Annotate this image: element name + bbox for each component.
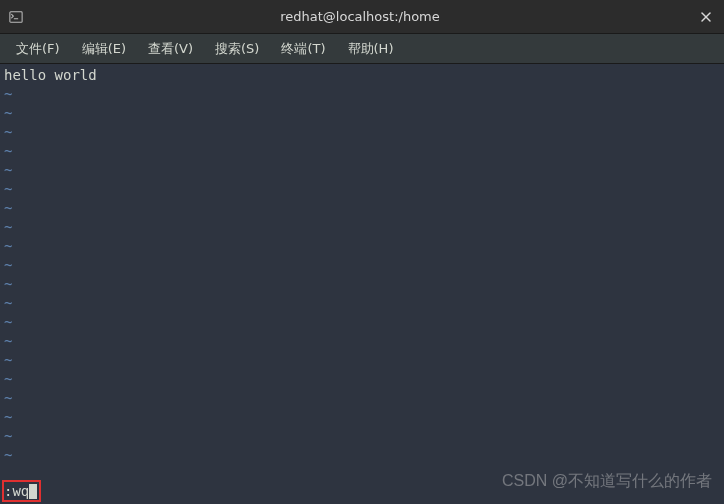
- tilde-line: ~: [4, 351, 720, 370]
- menu-terminal[interactable]: 终端(T): [271, 36, 335, 62]
- vim-command-text: :wq: [4, 482, 29, 501]
- titlebar: redhat@localhost:/home: [0, 0, 724, 34]
- tilde-line: ~: [4, 275, 720, 294]
- menu-help[interactable]: 帮助(H): [338, 36, 404, 62]
- tilde-line: ~: [4, 180, 720, 199]
- tilde-line: ~: [4, 446, 720, 465]
- terminal-area[interactable]: hello world ~ ~ ~ ~ ~ ~ ~ ~ ~ ~ ~ ~ ~ ~ …: [0, 64, 724, 504]
- watermark-text: CSDN @不知道写什么的作者: [502, 471, 712, 490]
- tilde-line: ~: [4, 408, 720, 427]
- tilde-line: ~: [4, 142, 720, 161]
- menu-view[interactable]: 查看(V): [138, 36, 203, 62]
- tilde-line: ~: [4, 85, 720, 104]
- tilde-line: ~: [4, 256, 720, 275]
- tilde-line: ~: [4, 161, 720, 180]
- close-button[interactable]: [696, 7, 716, 27]
- tilde-line: ~: [4, 313, 720, 332]
- tilde-line: ~: [4, 427, 720, 446]
- titlebar-left: [8, 9, 24, 25]
- tilde-line: ~: [4, 370, 720, 389]
- menu-search[interactable]: 搜索(S): [205, 36, 269, 62]
- tilde-line: ~: [4, 237, 720, 256]
- tilde-line: ~: [4, 332, 720, 351]
- terminal-icon: [8, 9, 24, 25]
- tilde-line: ~: [4, 294, 720, 313]
- vim-command-line-highlight: :wq: [2, 480, 41, 502]
- cursor-block: [29, 484, 37, 499]
- tilde-line: ~: [4, 199, 720, 218]
- terminal-content-line: hello world: [4, 66, 720, 85]
- menubar: 文件(F) 编辑(E) 查看(V) 搜索(S) 终端(T) 帮助(H): [0, 34, 724, 64]
- tilde-line: ~: [4, 104, 720, 123]
- menu-file[interactable]: 文件(F): [6, 36, 70, 62]
- window-title: redhat@localhost:/home: [24, 9, 696, 24]
- menu-edit[interactable]: 编辑(E): [72, 36, 136, 62]
- tilde-line: ~: [4, 218, 720, 237]
- tilde-line: ~: [4, 123, 720, 142]
- svg-rect-0: [10, 11, 22, 22]
- tilde-line: ~: [4, 389, 720, 408]
